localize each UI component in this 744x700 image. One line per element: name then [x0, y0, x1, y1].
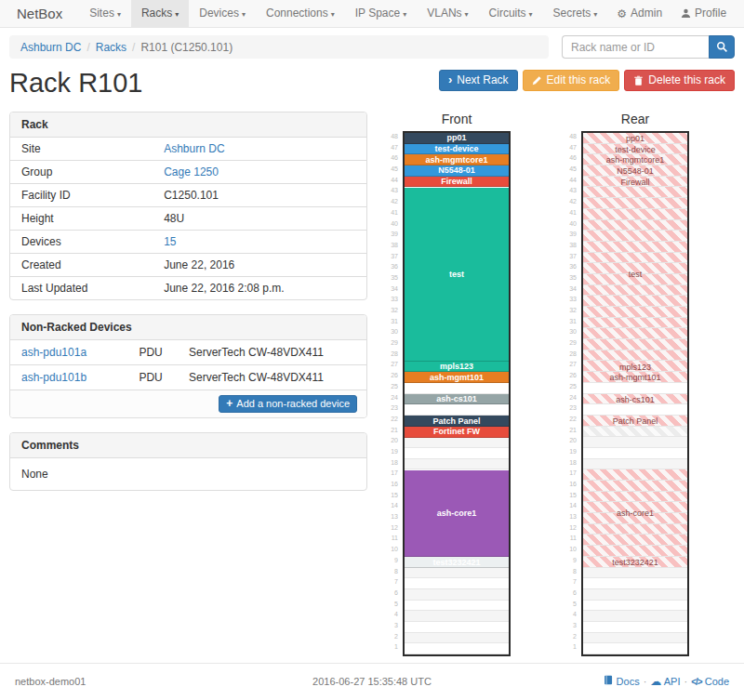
- rack-device[interactable]: ash-core1: [583, 470, 687, 558]
- unit-number: 11: [379, 533, 403, 544]
- nav-item-ip-space[interactable]: IP Space▾: [345, 0, 418, 27]
- nav-item-racks[interactable]: Racks▾: [131, 0, 189, 27]
- rack-unit[interactable]: [405, 568, 509, 579]
- rack-device[interactable]: ash-cs101: [583, 394, 687, 405]
- device-name-link[interactable]: ash-pdu101b: [10, 365, 127, 390]
- next-rack-button[interactable]: › Next Rack: [439, 70, 518, 91]
- rack-unit[interactable]: [583, 622, 687, 633]
- unit-number: 13: [557, 511, 581, 522]
- rack-unit[interactable]: [583, 611, 687, 622]
- info-value[interactable]: 15: [153, 231, 366, 254]
- nav-item-sites[interactable]: Sites▾: [79, 0, 131, 27]
- rack-device[interactable]: Patch Panel: [405, 416, 509, 427]
- unit-number: 17: [557, 468, 581, 479]
- nav-item-circuits[interactable]: Circuits▾: [479, 0, 543, 27]
- rack-device[interactable]: ash-core1: [405, 470, 509, 558]
- unit-number: 41: [379, 207, 403, 218]
- rack-unit[interactable]: [405, 404, 509, 416]
- device-role: PDU: [127, 340, 178, 365]
- rack-device[interactable]: Firewall: [583, 177, 687, 188]
- rack-device[interactable]: pp01: [405, 133, 509, 144]
- nav-item-connections[interactable]: Connections▾: [256, 0, 345, 27]
- footer-link-code[interactable]: </> Code: [691, 676, 729, 687]
- rack-device[interactable]: ash-mgmtcore1: [405, 154, 509, 165]
- chevron-right-icon: ›: [448, 75, 452, 85]
- add-non-racked-device-button[interactable]: + Add a non-racked device: [219, 395, 357, 413]
- unit-number: 25: [557, 381, 581, 392]
- rack-unit[interactable]: [405, 633, 509, 644]
- app-brand[interactable]: NetBox: [7, 0, 72, 27]
- rack-device[interactable]: ash-mgmt101: [583, 372, 687, 383]
- rack-unit[interactable]: [583, 427, 687, 438]
- rack-device[interactable]: pp01: [583, 133, 687, 144]
- rack-unit[interactable]: [405, 437, 509, 448]
- footer-link-api[interactable]: ☁ API: [650, 676, 680, 687]
- rack-unit[interactable]: [405, 622, 509, 633]
- info-value: June 22, 2016 2:08 p.m.: [153, 277, 366, 300]
- rack-unit[interactable]: [405, 578, 509, 589]
- top-navbar: NetBox Sites▾Racks▾Devices▾Connections▾I…: [0, 0, 744, 28]
- rack-device[interactable]: Firewall: [405, 177, 509, 188]
- info-value[interactable]: Ashburn DC: [153, 138, 366, 161]
- search-input[interactable]: [562, 35, 709, 59]
- rack-unit[interactable]: [405, 611, 509, 622]
- breadcrumb-item[interactable]: Ashburn DC: [20, 41, 81, 54]
- user-nav-profile[interactable]: Profile: [671, 0, 736, 27]
- rack-device[interactable]: Patch Panel: [583, 416, 687, 427]
- caret-down-icon: ▾: [403, 10, 406, 19]
- rack-unit[interactable]: [583, 404, 687, 416]
- nav-item-devices[interactable]: Devices▾: [189, 0, 256, 27]
- device-name-link[interactable]: ash-pdu101a: [10, 340, 127, 365]
- rack-unit[interactable]: [583, 383, 687, 394]
- rack-unit[interactable]: [405, 383, 509, 394]
- non-racked-device-row: ash-pdu101aPDUServerTech CW-48VDX411: [10, 340, 366, 365]
- rack-unit[interactable]: [405, 643, 509, 654]
- rack-unit[interactable]: [405, 589, 509, 601]
- caret-down-icon: ▾: [242, 10, 246, 19]
- unit-number: 22: [557, 414, 581, 425]
- rack-unit[interactable]: [405, 448, 509, 459]
- rack-device[interactable]: ash-mgmtcore1: [583, 154, 687, 165]
- rack-unit[interactable]: [583, 643, 687, 654]
- user-nav: ⚙AdminProfileLog out: [607, 0, 744, 27]
- rack-unit[interactable]: [583, 589, 687, 601]
- search-button[interactable]: [709, 35, 735, 59]
- rack-device[interactable]: test-device: [583, 144, 687, 155]
- breadcrumb-item[interactable]: Racks: [96, 41, 126, 54]
- rack-device[interactable]: N5548-01: [583, 165, 687, 177]
- rack-device[interactable]: N5548-01: [405, 165, 509, 177]
- rack-device[interactable]: ash-mgmt101: [405, 372, 509, 383]
- user-nav-admin[interactable]: ⚙Admin: [607, 0, 671, 27]
- footer-link-docs[interactable]: Docs: [604, 676, 640, 687]
- rack-detail-column: Rack SiteAshburn DCGroupCage 1250Facilit…: [9, 112, 367, 505]
- rack-unit[interactable]: [583, 568, 687, 579]
- rack-unit[interactable]: [583, 601, 687, 612]
- rack-unit[interactable]: [583, 578, 687, 589]
- user-nav-log-out[interactable]: Log out: [736, 0, 744, 27]
- cloud-icon: ☁: [650, 676, 661, 687]
- rack-unit[interactable]: [583, 437, 687, 448]
- rack-device[interactable]: test: [405, 188, 509, 362]
- rack-device[interactable]: mpls123: [583, 362, 687, 373]
- unit-number: 8: [557, 566, 581, 577]
- rack-device[interactable]: mpls123: [405, 362, 509, 373]
- rack-unit[interactable]: [405, 459, 509, 470]
- rack-device[interactable]: test: [583, 188, 687, 362]
- rack-unit[interactable]: [405, 601, 509, 612]
- rack-unit[interactable]: [583, 448, 687, 459]
- delete-rack-button[interactable]: Delete this rack: [624, 70, 735, 91]
- rack-unit[interactable]: [583, 633, 687, 644]
- rack-device[interactable]: Fortinet FW: [405, 427, 509, 438]
- rack-device[interactable]: test3232421: [405, 557, 509, 568]
- rack-device[interactable]: test-device: [405, 144, 509, 155]
- unit-number: 40: [379, 218, 403, 230]
- rack-device[interactable]: test3232421: [583, 557, 687, 568]
- rack-device[interactable]: ash-cs101: [405, 394, 509, 405]
- unit-number: 21: [379, 425, 403, 436]
- nav-item-vlans[interactable]: VLANs▾: [417, 0, 478, 27]
- info-value[interactable]: Cage 1250: [153, 161, 366, 184]
- nav-item-secrets[interactable]: Secrets▾: [543, 0, 608, 27]
- rack-unit[interactable]: [583, 459, 687, 470]
- edit-rack-button[interactable]: Edit this rack: [523, 70, 620, 91]
- unit-number: 47: [557, 142, 581, 153]
